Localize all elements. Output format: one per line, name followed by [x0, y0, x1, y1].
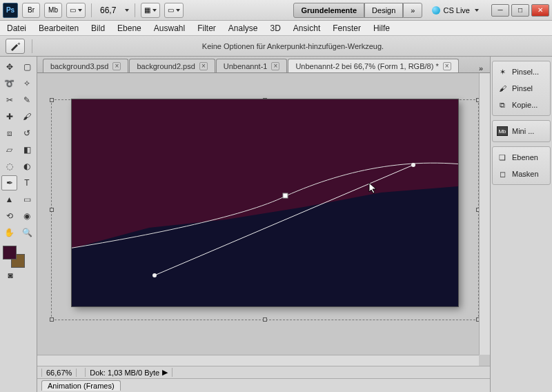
brush-icon: 🖌	[496, 83, 509, 94]
tool-history[interactable]: ↺	[19, 126, 35, 141]
toolbox: ✥ ▢ ➰ ✧ ✂ ✎ ✚ 🖌 ⧇ ↺ ▱ ◧ ◌ ◐ ✒ T ▲ ▭ ⟲ ◉ …	[0, 57, 37, 392]
layers-icon: ❏	[496, 152, 509, 163]
doc-tab-3[interactable]: Unbenannt-1×	[216, 59, 288, 72]
zoom-value[interactable]: 66,7	[97, 6, 119, 15]
panel-group-2: MbMini ...	[492, 120, 551, 142]
menu-bar: Datei Bearbeiten Bild Ebene Auswahl Filt…	[0, 21, 552, 36]
tool-marquee[interactable]: ▢	[19, 59, 35, 75]
path-overlay	[72, 99, 458, 306]
zoom-dropdown-icon[interactable]	[125, 9, 129, 12]
doc-tab-3-label: Unbenannt-1	[224, 62, 268, 70]
close-icon[interactable]: ×	[199, 62, 208, 70]
color-swatches[interactable]	[1, 244, 35, 268]
pen-plus-icon: +	[10, 41, 21, 51]
tool-move[interactable]: ✥	[1, 59, 17, 75]
doc-tab-2[interactable]: background2.psd×	[129, 59, 215, 72]
workspace-design[interactable]: Design	[364, 3, 403, 18]
close-icon[interactable]: ×	[271, 62, 279, 70]
doc-tab-2-label: background2.psd	[137, 62, 195, 70]
cslive-icon	[432, 6, 440, 14]
tool-pen[interactable]: ✒	[1, 175, 17, 190]
tool-crop[interactable]: ✂	[1, 92, 17, 108]
tool-blur[interactable]: ◌	[1, 159, 17, 174]
window-maximize[interactable]: □	[511, 4, 529, 17]
close-icon[interactable]: ×	[443, 62, 451, 70]
brush-presets-icon: ✶	[496, 66, 509, 77]
bridge-button[interactable]: Br	[22, 3, 40, 18]
vertical-scrollbar[interactable]	[479, 73, 490, 355]
filmstrip-icon: ▭	[70, 6, 76, 14]
masks-icon: ◻	[496, 168, 509, 179]
menu-view[interactable]: Ansicht	[293, 23, 320, 33]
doc-tab-4[interactable]: Unbenannt-2 bei 66,7% (Form 1, RGB/8) *×	[288, 59, 458, 72]
tool-lasso[interactable]: ➰	[1, 76, 17, 91]
panel-mini[interactable]: MbMini ...	[494, 124, 549, 139]
animation-tab[interactable]: Animation (Frames)	[41, 380, 121, 391]
window-close[interactable]: ✕	[531, 4, 549, 17]
menu-help[interactable]: Hilfe	[373, 23, 390, 33]
options-bar: + Keine Optionen für Ankerpunkt-hinzufüg…	[0, 36, 552, 57]
arrange-button[interactable]: ▦	[141, 3, 160, 18]
view-extras-button[interactable]: ▭	[66, 3, 86, 18]
minibridge-button[interactable]: Mb	[44, 3, 62, 18]
menu-layer[interactable]: Ebene	[117, 23, 141, 33]
current-tool-indicator[interactable]: +	[6, 39, 25, 54]
cursor-icon	[368, 182, 378, 197]
tab-overflow[interactable]: »	[472, 64, 490, 72]
panel-masks[interactable]: ◻Masken	[494, 166, 549, 182]
window-minimize[interactable]: ─	[491, 4, 509, 17]
tool-eyedropper[interactable]: ✎	[19, 92, 35, 108]
tool-wand[interactable]: ✧	[19, 76, 35, 91]
close-icon[interactable]: ×	[112, 62, 121, 70]
menu-image[interactable]: Bild	[91, 23, 105, 33]
doc-tab-1[interactable]: background3.psd×	[43, 59, 128, 72]
panel-brush-presets[interactable]: ✶Pinsel...	[494, 64, 549, 79]
svg-line-1	[155, 165, 413, 275]
mb-icon: Mb	[496, 126, 509, 137]
panel-layers[interactable]: ❏Ebenen	[494, 150, 549, 165]
svg-point-3	[152, 273, 157, 277]
tool-path-select[interactable]: ▲	[1, 192, 17, 207]
animation-bar: Animation (Frames)	[37, 378, 490, 392]
tool-shape[interactable]: ▭	[19, 192, 35, 207]
tool-gradient[interactable]: ◧	[19, 142, 35, 157]
canvas[interactable]	[72, 99, 458, 306]
tool-hand[interactable]: ✋	[1, 225, 17, 240]
canvas-viewport[interactable]	[37, 73, 490, 366]
chevron-right-icon: ▶	[162, 368, 168, 377]
svg-point-4	[411, 163, 415, 167]
app-logo: Ps	[3, 3, 18, 18]
menu-filter[interactable]: Filter	[197, 23, 216, 33]
tool-heal[interactable]: ✚	[1, 109, 17, 124]
tool-3drotate[interactable]: ⟲	[1, 208, 17, 224]
menu-file[interactable]: Datei	[7, 23, 26, 33]
tool-type[interactable]: T	[19, 175, 35, 190]
tool-brush[interactable]: 🖌	[19, 109, 35, 124]
svg-text:+: +	[17, 41, 21, 47]
foreground-color-swatch[interactable]	[3, 246, 17, 259]
quickmask-toggle[interactable]: ◙	[3, 269, 18, 282]
screenmode-button[interactable]: ▭	[164, 3, 184, 18]
menu-window[interactable]: Fenster	[333, 23, 361, 33]
cslive-button[interactable]: CS Live	[432, 6, 479, 14]
svg-rect-2	[283, 193, 288, 198]
workspace-essentials[interactable]: Grundelemente	[293, 3, 364, 18]
panel-clone[interactable]: ⧉Kopie...	[494, 97, 549, 112]
menu-analysis[interactable]: Analyse	[228, 23, 258, 33]
tool-eraser[interactable]: ▱	[1, 142, 17, 157]
panel-brush[interactable]: 🖌Pinsel	[494, 81, 549, 96]
tool-stamp[interactable]: ⧇	[1, 126, 17, 141]
menu-3d[interactable]: 3D	[270, 23, 281, 33]
status-zoom[interactable]: 66,67%	[41, 369, 77, 377]
menu-select[interactable]: Auswahl	[154, 23, 185, 33]
document-area: background3.psd× background2.psd× Unbena…	[37, 57, 490, 392]
doc-tab-1-label: background3.psd	[50, 62, 108, 70]
status-docinfo[interactable]: Dok: 1,03 MB/0 Byte ▶	[85, 368, 172, 377]
panel-group-1: ✶Pinsel... 🖌Pinsel ⧉Kopie...	[492, 61, 551, 116]
tool-dodge[interactable]: ◐	[19, 159, 35, 174]
horizontal-scrollbar[interactable]	[37, 355, 479, 366]
tool-3dorbit[interactable]: ◉	[19, 208, 35, 224]
workspace-more[interactable]: »	[403, 3, 422, 18]
tool-zoom[interactable]: 🔍	[19, 225, 35, 240]
menu-edit[interactable]: Bearbeiten	[39, 23, 79, 33]
